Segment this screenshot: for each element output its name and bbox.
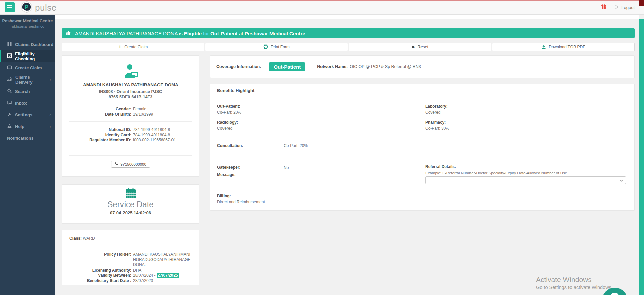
coverage-label: Coverage Information: xyxy=(216,64,261,69)
sidebar-item-notifications[interactable]: Notifications xyxy=(0,132,55,144)
sidebar-item-claims-delivery[interactable]: Claims Delivery ‹ xyxy=(0,74,55,85)
policy-holder-value: AMANDI KAUSHALYANIRMANI HORADUGODAPATHIR… xyxy=(133,252,196,268)
warning-icon xyxy=(7,124,12,129)
calendar-icon xyxy=(62,188,199,200)
sidebar-item-claims-dashboard[interactable]: Claims Dashboard xyxy=(0,39,55,50)
sidebar-item-help[interactable]: Help ‹ xyxy=(0,121,55,132)
download-icon xyxy=(541,44,546,50)
gift-icon[interactable] xyxy=(601,4,606,11)
banner-text: AMANDI KAUSHALYA PATHIRANAGE DONA is Eli… xyxy=(75,31,305,36)
consultation-label: Consultation: xyxy=(217,143,243,148)
scooter-icon xyxy=(7,77,12,82)
app-logo[interactable]: P pulse xyxy=(20,1,57,15)
identity-card-value: 784-1999-4911804-8 xyxy=(133,133,196,138)
divider xyxy=(215,158,629,158)
action-toolbar: + Create Claim Print Form ✖ Reset Downlo… xyxy=(62,43,635,51)
svg-text:P: P xyxy=(25,4,29,10)
regulator-id-value: I008-002-119656867-01 xyxy=(133,138,196,143)
sidebar-item-inbox[interactable]: Inbox xyxy=(0,97,55,109)
patient-name: AMANDI KAUSHALYA PATHIRANAGE DONA xyxy=(62,82,199,87)
activate-windows-subtext: Go to Settings to activate Windows. xyxy=(536,285,613,290)
chevron-icon: ‹ xyxy=(49,77,51,82)
divider xyxy=(210,96,634,96)
validity-end-highlight: 27/07/2025 xyxy=(157,273,179,278)
phone-number: 971500000000 xyxy=(120,162,146,166)
print-form-button[interactable]: Print Form xyxy=(205,43,348,51)
laboratory-label: Laboratory: xyxy=(425,104,448,109)
policy-card: Class: WARD Policy Holder:AMANDI KAUSHAL… xyxy=(62,230,199,285)
phone-chip[interactable]: 971500000000 xyxy=(111,161,150,168)
logout-label: Logout xyxy=(621,5,635,10)
out-patient-label: Out-Patient: xyxy=(217,104,240,109)
org-name: Peshawar Medical Centre xyxy=(0,19,55,23)
sidebar: Peshawar Medical Centre rukhsana_peshmcd… xyxy=(0,15,55,295)
network-label: Network Name: xyxy=(317,64,348,69)
divider xyxy=(69,155,192,156)
coverage-badge: Out-Patient xyxy=(269,62,305,71)
content-top-band xyxy=(55,15,639,19)
grid-icon xyxy=(7,42,12,47)
search-icon xyxy=(7,88,12,94)
wrench-icon xyxy=(7,112,12,118)
menu-toggle-button[interactable] xyxy=(5,2,15,12)
sidebar-item-eligibility-checking[interactable]: Eligibility Checking xyxy=(0,50,55,62)
chat-icon xyxy=(7,100,12,106)
dob-value: 19/10/1999 xyxy=(133,112,196,117)
laboratory-value: Covered xyxy=(425,110,440,115)
logout-icon xyxy=(614,5,619,10)
service-date-value: 07-04-2025 14:02:06 xyxy=(62,210,199,215)
pharmacy-label: Pharmacy: xyxy=(425,120,446,125)
referral-select[interactable] xyxy=(425,176,626,184)
billing-value: Direct and Reimbursement xyxy=(217,200,265,204)
logout-button[interactable]: Logout xyxy=(614,5,635,10)
class-value: WARD xyxy=(83,236,95,241)
radiology-value: Covered xyxy=(217,126,232,131)
national-id-value: 784-1999-4911804-8 xyxy=(133,127,196,133)
gatekeeper-value: No xyxy=(284,165,289,170)
class-row: Class: WARD xyxy=(69,236,95,241)
divider xyxy=(69,247,192,247)
patient-avatar-icon xyxy=(62,64,199,80)
benefits-title: Benefits Highlight xyxy=(217,88,254,93)
service-date-title: Service Date xyxy=(62,200,199,209)
divider xyxy=(69,102,192,102)
service-date-card: Service Date 07-04-2025 14:02:06 xyxy=(62,184,199,224)
referral-details-label: Referral Details: xyxy=(425,164,456,169)
reset-button[interactable]: ✖ Reset xyxy=(349,43,491,51)
x-icon: ✖ xyxy=(411,45,415,49)
sidebar-item-search[interactable]: Search xyxy=(0,85,55,97)
referral-hint: Example: E-Referral Number-Doctor Specia… xyxy=(425,171,567,175)
create-claim-button[interactable]: + Create Claim xyxy=(62,43,204,51)
policy-details: Policy Holder:AMANDI KAUSHALYANIRMANI HO… xyxy=(62,252,196,283)
patient-card-id: 8765-5DE0-641B-14F3 xyxy=(62,95,199,99)
out-patient-value: Co-Part: 20% xyxy=(217,110,241,115)
sidebar-item-settings[interactable]: Settings ‹ xyxy=(0,109,55,121)
message-label: Message: xyxy=(217,172,236,177)
patient-insurer: INS008 - Orient Insurance PJSC xyxy=(62,89,199,94)
brand-name: pulse xyxy=(35,3,57,13)
patient-demographics: Gender:Female Date Of Birth:19/10/1999 xyxy=(62,107,196,117)
app-root: P pulse Logout xyxy=(0,0,644,295)
corner-strip xyxy=(639,0,644,6)
divider xyxy=(69,121,192,122)
beneficiary-date-value: 28/07/2023 xyxy=(133,278,196,284)
printer-icon xyxy=(263,44,268,50)
patient-card: AMANDI KAUSHALYA PATHIRANAGE DONA INS008… xyxy=(62,55,199,177)
eligibility-banner: AMANDI KAUSHALYA PATHIRANAGE DONA is Eli… xyxy=(62,28,635,38)
billing-label: Billing: xyxy=(217,194,231,198)
scrollbar[interactable] xyxy=(639,19,644,295)
coverage-card: Coverage Information: Out-Patient Networ… xyxy=(210,55,635,78)
pulse-logo-icon: P xyxy=(20,0,33,15)
validity-value: 28/07/2024 - 27/07/2025 xyxy=(133,273,196,278)
chevron-down-icon xyxy=(620,179,623,182)
claim-card-icon xyxy=(7,65,12,71)
thumbs-up-icon xyxy=(62,30,71,36)
chat-fab-icon xyxy=(610,293,620,295)
download-tob-button[interactable]: Download TOB PDF xyxy=(492,43,635,51)
gender-value: Female xyxy=(133,107,196,112)
chevron-icon: ‹ xyxy=(49,112,51,118)
sidebar-nav: Claims Dashboard Eligibility Checking Cr… xyxy=(0,39,55,144)
sidebar-item-create-claim[interactable]: Create Claim xyxy=(0,62,55,74)
username: rukhsana_peshmcd xyxy=(0,24,55,28)
check-square-icon xyxy=(7,53,12,59)
